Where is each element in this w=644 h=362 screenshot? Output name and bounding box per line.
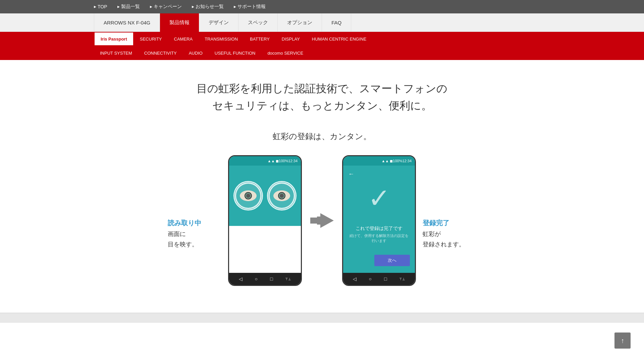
phone2-complete-text: これで登録は完了です <box>348 226 410 232</box>
phone2-text-area: これで登録は完了です 続けて、併用する解除方法の設定を行います <box>348 226 410 243</box>
phone2-signal: ▲▲ ◼100% <box>382 159 402 163</box>
feature-display[interactable]: DISPLAY <box>276 32 306 46</box>
section-title: 虹彩の登録は、カンタン。 <box>94 131 550 142</box>
top-nav: TOP 製品一覧 キャンペーン お知らせ一覧 サポート情報 <box>0 0 644 13</box>
feature-security[interactable]: SECURITY <box>134 32 168 46</box>
phone2-nav-home: ○ <box>369 276 372 282</box>
step-arrow <box>312 212 332 229</box>
feature-camera[interactable]: CAMERA <box>168 32 199 46</box>
feature-connectivity[interactable]: CONNECTIVITY <box>138 46 183 60</box>
phone1-nav-extra: ⊤⊥ <box>285 277 291 281</box>
top-nav-support[interactable]: サポート情報 <box>234 4 266 10</box>
phone2-nav-back: ◁ <box>353 276 357 282</box>
arc-left-2 <box>233 181 263 210</box>
feature-nav-row2: INPUT SYSTEM CONNECTIVITY AUDIO USEFUL F… <box>94 46 550 60</box>
phone1-time: 12:34 <box>288 159 298 163</box>
step1-desc: 画面に 目を映す。 <box>168 229 221 249</box>
step1-desc2: 目を映す。 <box>168 239 221 250</box>
second-nav: ARROWS NX F-04G 製品情報 デザイン スペック オプション FAQ <box>0 13 644 32</box>
arc-right-2 <box>267 181 297 210</box>
step2-desc: 虹彩が 登録されます。 <box>423 229 476 249</box>
phone2-step: ▲▲ ◼100% 12:34 ← ✓ これで登録は完了です 続けて、併用する解除… <box>342 155 416 286</box>
phone2-mockup: ▲▲ ◼100% 12:34 ← ✓ これで登録は完了です 続けて、併用する解除… <box>342 155 416 286</box>
phone2-nav-bar: ◁ ○ □ ⊤⊥ <box>343 273 415 285</box>
top-nav-campaign[interactable]: キャンペーン <box>150 4 182 10</box>
phone2-nav-recent: □ <box>384 276 387 282</box>
hero-text: 目の虹彩を利用した認証技術で、スマートフォンの セキュリティは、もっとカンタン、… <box>94 80 550 114</box>
eye-left <box>235 182 262 209</box>
phone2-time: 12:34 <box>402 159 412 163</box>
phone2-status-bar: ▲▲ ◼100% 12:34 <box>343 156 415 166</box>
phone2-nav-extra: ⊤⊥ <box>399 277 405 281</box>
feature-nav: Iris Passport SECURITY CAMERA TRANSMISSI… <box>0 32 644 60</box>
phone2-back-btn[interactable]: ← <box>348 171 354 178</box>
back-to-top-button[interactable]: ↑ <box>614 333 631 349</box>
phone1-nav-recent: □ <box>270 276 273 282</box>
feature-transmission[interactable]: TRANSMISSION <box>199 32 244 46</box>
phone2-sub-text: 続けて、併用する解除方法の設定を行います <box>348 233 410 243</box>
phone2-body: ← ✓ これで登録は完了です 続けて、併用する解除方法の設定を行います 次へ <box>343 166 415 273</box>
step2-desc1: 虹彩が <box>423 229 476 239</box>
phone2-next-btn[interactable]: 次へ <box>374 255 410 266</box>
phone1-signal: ▲▲ ◼100% <box>268 159 288 163</box>
phone1-step: ▲▲ ◼100% 12:34 <box>228 155 302 286</box>
footer <box>0 313 644 323</box>
feature-useful[interactable]: USEFUL FUNCTION <box>209 46 262 60</box>
feature-docomo[interactable]: docomo SERVICE <box>261 46 309 60</box>
hero-line1: 目の虹彩を利用した認証技術で、スマートフォンの <box>94 80 550 97</box>
phone1-mockup: ▲▲ ◼100% 12:34 <box>228 155 302 286</box>
tab-product-info[interactable]: 製品情報 <box>160 13 199 32</box>
feature-battery[interactable]: BATTERY <box>244 32 276 46</box>
tab-spec[interactable]: スペック <box>238 13 278 32</box>
phone1-nav-home: ○ <box>255 276 258 282</box>
step1-label: 読み取り中 <box>168 219 221 228</box>
tab-design[interactable]: デザイン <box>199 13 238 32</box>
tab-faq[interactable]: FAQ <box>322 13 351 32</box>
phone1-nav-back: ◁ <box>239 276 243 282</box>
top-nav-top[interactable]: TOP <box>94 4 107 9</box>
top-nav-news[interactable]: お知らせ一覧 <box>192 4 224 10</box>
phone1-status-bar: ▲▲ ◼100% 12:34 <box>229 156 301 166</box>
main-content: 目の虹彩を利用した認証技術で、スマートフォンの セキュリティは、もっとカンタン、… <box>0 60 644 313</box>
phone1-white-area <box>229 226 301 273</box>
step2-label-area: 登録完了 虹彩が 登録されます。 <box>416 219 476 249</box>
feature-iris[interactable]: Iris Passport <box>94 32 134 46</box>
arrow-shape <box>320 213 334 228</box>
tab-option[interactable]: オプション <box>278 13 322 32</box>
step1-label-area: 読み取り中 画面に 目を映す。 <box>168 219 228 249</box>
eye-right <box>268 182 295 209</box>
feature-audio[interactable]: AUDIO <box>183 46 209 60</box>
step2-desc2: 登録されます。 <box>423 239 476 250</box>
feature-nav-row1: Iris Passport SECURITY CAMERA TRANSMISSI… <box>94 32 550 46</box>
tab-model[interactable]: ARROWS NX F-04G <box>94 13 160 32</box>
step1-desc1: 画面に <box>168 229 221 239</box>
phone1-nav-bar: ◁ ○ □ ⊤⊥ <box>229 273 301 285</box>
top-nav-products[interactable]: 製品一覧 <box>117 4 140 10</box>
feature-input[interactable]: INPUT SYSTEM <box>94 46 138 60</box>
hero-line2: セキュリティは、もっとカンタン、便利に。 <box>94 97 550 114</box>
phone2-checkmark: ✓ <box>368 183 390 214</box>
phone1-camera-area <box>229 166 301 226</box>
feature-hce[interactable]: HUMAN CENTRIC ENGINE <box>306 32 373 46</box>
demo-area: 読み取り中 画面に 目を映す。 ▲▲ ◼100% 12:34 <box>94 155 550 286</box>
step2-label: 登録完了 <box>423 219 476 228</box>
